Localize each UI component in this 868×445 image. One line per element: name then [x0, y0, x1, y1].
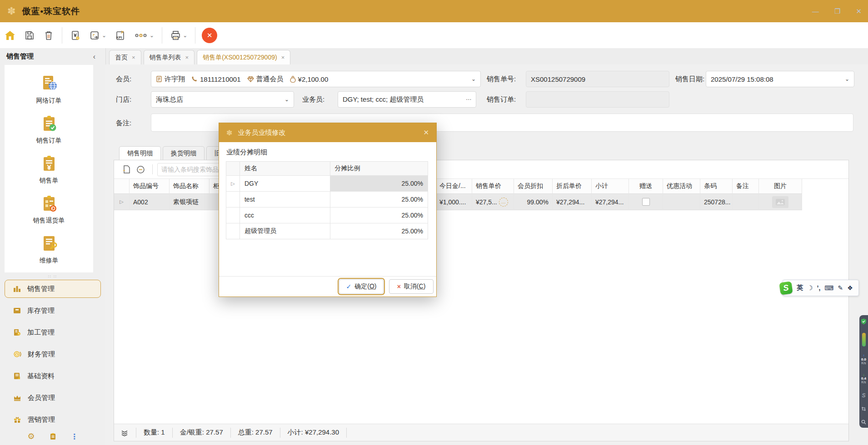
moon-icon[interactable]: ☽ — [807, 284, 813, 292]
tab-sales-order[interactable]: 销售单(XS001250729009) × — [197, 50, 290, 64]
print-button[interactable]: ⌄ — [166, 26, 191, 44]
add-item-button[interactable] — [120, 160, 134, 178]
row-expand-cell[interactable] — [226, 192, 240, 208]
sidebar-item-member-mgmt[interactable]: 会员管理 — [5, 389, 101, 407]
tab-close-icon[interactable]: × — [185, 54, 189, 61]
order-no-field[interactable]: XS001250729009 — [526, 71, 669, 87]
tab-sales-detail[interactable]: 销售明细 — [119, 146, 161, 160]
cancel-button[interactable]: × 取消(C) — [389, 279, 434, 294]
tab-home[interactable]: 首页 × — [109, 50, 141, 64]
cell-ratio[interactable]: 25.00% — [330, 208, 428, 223]
gift-checkbox[interactable] — [642, 198, 650, 206]
allocation-row[interactable]: ▷ DGY 25.00% — [226, 176, 428, 192]
date-select[interactable]: 2025/07/29 15:08:08 ⌄ — [706, 71, 854, 87]
chevron-down-icon[interactable]: ⌄ — [284, 96, 289, 103]
salesman-field[interactable]: DGY; test; ccc; 超级管理员 ⋯ — [338, 91, 476, 108]
expand-row-icon[interactable]: ▷ — [231, 181, 234, 187]
col-promo[interactable]: 优惠活动 — [663, 179, 700, 194]
save-button[interactable] — [20, 26, 39, 44]
shortcut-online-orders[interactable]: 网络订单 — [5, 69, 93, 109]
row-expand-cell[interactable] — [226, 223, 240, 239]
image-placeholder-icon[interactable] — [772, 196, 788, 208]
col-item-code[interactable]: 饰品编号 — [130, 179, 170, 194]
col-today-gold[interactable]: 今日金/... — [436, 179, 472, 194]
row-expand-cell[interactable] — [226, 208, 240, 223]
col-remark[interactable]: 备注 — [733, 179, 759, 194]
dialog-title-bar[interactable]: ✽ 业务员业绩修改 ✕ — [219, 123, 436, 142]
col-barcode[interactable]: 条码 — [700, 179, 733, 194]
allocation-row[interactable]: ccc 25.00% — [226, 208, 428, 223]
kpi-button[interactable]: KPI — [110, 26, 130, 44]
window-close-icon[interactable]: ✕ — [856, 7, 862, 15]
order-no-value: XS001250729009 — [531, 75, 585, 83]
tab-close-icon[interactable]: × — [132, 54, 135, 61]
more-menu-icon[interactable]: ⋮ — [71, 432, 78, 441]
close-page-button[interactable]: ✕ — [202, 28, 217, 43]
delete-button[interactable] — [39, 26, 58, 44]
ime-menu-icon[interactable]: ❖ — [847, 284, 853, 292]
cell-ratio[interactable]: 25.00% — [330, 192, 428, 208]
handwriting-icon[interactable]: ✎ — [838, 284, 843, 292]
col-gift[interactable]: 赠送 — [629, 179, 663, 194]
sidebar-drag-handle[interactable]: ∷ ∷ — [0, 274, 105, 279]
sidebar-collapse-icon[interactable]: ‹ — [93, 53, 95, 61]
export-button[interactable]: ⌄ — [85, 26, 110, 44]
shortcut-sales-return[interactable]: 销售退货单 — [5, 189, 93, 229]
remove-item-button[interactable] — [134, 160, 148, 178]
col-name[interactable]: 姓名 — [240, 162, 330, 176]
col-unit-price[interactable]: 销售单价 — [472, 179, 514, 194]
member-select[interactable]: 许宇翔 18111210001 普通会员 ¥2,100.00 ⌄ — [151, 71, 481, 87]
ime-language-toggle[interactable]: 英 — [797, 284, 803, 292]
tab-exchange-detail[interactable]: 换货明细 — [163, 146, 205, 160]
punctuation-icon[interactable]: ’, — [817, 284, 821, 292]
sidebar-item-basic-data[interactable]: 基础资料 — [5, 367, 101, 385]
sidebar-item-marketing-mgmt[interactable]: 营销管理 — [5, 410, 101, 429]
shortcut-sales-orders[interactable]: 销售订单 — [5, 109, 93, 149]
layers-icon[interactable] — [120, 429, 129, 437]
cell-ratio[interactable]: 25.00% — [330, 223, 428, 239]
shortcut-repair[interactable]: 维修单 — [5, 229, 93, 269]
chevron-down-icon[interactable]: ⌄ — [845, 76, 849, 82]
allocation-row[interactable]: test 25.00% — [226, 192, 428, 208]
home-button[interactable] — [0, 26, 20, 44]
more-tools-button[interactable]: ⌄ — [130, 26, 158, 44]
col-subtotal[interactable]: 小计 — [592, 179, 629, 194]
search-icon[interactable] — [861, 420, 866, 425]
expand-row-icon[interactable]: ▷ — [120, 199, 123, 205]
store-select[interactable]: 海珠总店 ⌄ — [151, 91, 294, 108]
screenshot-icon[interactable] — [861, 406, 866, 411]
sidebar-item-inventory-mgmt[interactable]: 库存管理 — [5, 302, 101, 320]
sidebar-item-finance-mgmt[interactable]: 财务管理 — [5, 345, 101, 363]
salesman-label: 业务员: — [302, 95, 324, 104]
shortcut-sales-ticket[interactable]: 销售单 — [5, 149, 93, 189]
col-member-discount[interactable]: 会员折扣 — [514, 179, 553, 194]
maximize-icon[interactable]: ❐ — [834, 7, 840, 15]
system-monitor-strip[interactable]: ↑ 0.0 K/s ↓ 0.4 K/s S — [859, 315, 868, 428]
col-image[interactable]: 图片 — [759, 179, 802, 194]
dialog-close-icon[interactable]: ✕ — [423, 129, 429, 137]
ok-button[interactable]: ✓ 确定(O) — [339, 279, 384, 294]
minimize-icon[interactable]: — — [812, 7, 819, 15]
col-item-name[interactable]: 饰品名称 — [170, 179, 210, 194]
chevron-down-icon[interactable]: ⌄ — [471, 76, 476, 82]
row-expand-cell[interactable]: ▷ — [226, 176, 240, 192]
col-ratio[interactable]: 分摊比例 — [330, 162, 428, 176]
payment-button[interactable] — [66, 26, 85, 44]
keyboard-icon[interactable]: ⌨ — [824, 284, 833, 292]
sidebar-item-processing-mgmt[interactable]: 加工管理 — [5, 323, 101, 341]
clipboard-icon[interactable] — [50, 433, 56, 440]
settings-gear-icon[interactable]: ⚙ — [27, 431, 35, 441]
tab-sales-list[interactable]: 销售单列表 × — [144, 50, 195, 64]
sogou-logo-icon[interactable]: S — [779, 281, 793, 295]
row-expand-cell[interactable]: ▷ — [114, 194, 130, 210]
sales-order-icon — [39, 114, 60, 134]
allocation-row[interactable]: 超级管理员 25.00% — [226, 223, 428, 239]
app-window: ✽ 傲蓝•珠宝软件 — ❐ ✕ ⌄ KPI — [0, 0, 868, 445]
sales-order-field[interactable] — [526, 91, 669, 108]
col-discounted-price[interactable]: 折后单价 — [553, 179, 592, 194]
cell-ratio[interactable]: 25.00% — [330, 176, 428, 192]
salesman-more-icon[interactable]: ⋯ — [466, 96, 471, 103]
tab-close-icon[interactable]: × — [281, 54, 285, 61]
price-more-icon[interactable]: … — [499, 198, 508, 207]
sidebar-item-sales-mgmt[interactable]: 销售管理 — [5, 280, 101, 298]
